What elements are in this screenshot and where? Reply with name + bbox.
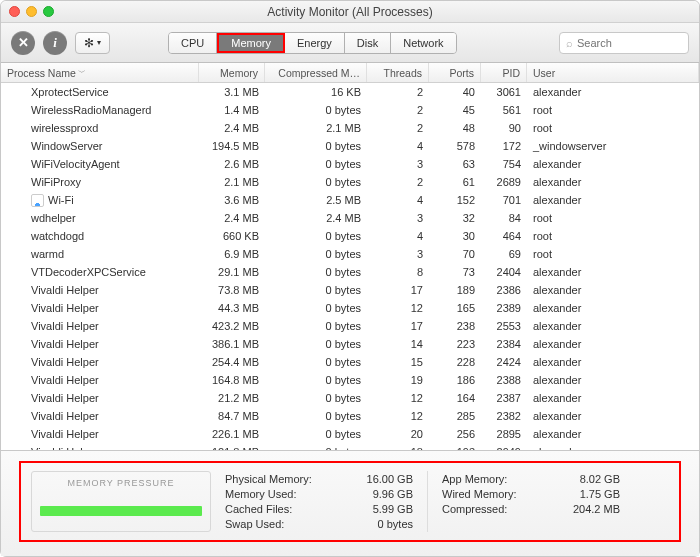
user-value: root: [527, 230, 699, 242]
tab-energy[interactable]: Energy: [285, 33, 345, 53]
table-row[interactable]: WirelessRadioManagerd1.4 MB0 bytes245561…: [1, 101, 699, 119]
toolbar: ✕ i ✻ ▾ CPU Memory Energy Disk Network ⌕: [1, 23, 699, 63]
process-name: WiFiProxy: [1, 176, 199, 188]
pid-value: 2386: [481, 284, 527, 296]
options-menu-button[interactable]: ✻ ▾: [75, 32, 110, 54]
table-row[interactable]: WiFiVelocityAgent2.6 MB0 bytes363754alex…: [1, 155, 699, 173]
table-row[interactable]: Vivaldi Helper423.2 MB0 bytes172382553al…: [1, 317, 699, 335]
header-memory[interactable]: Memory: [199, 63, 265, 82]
stat-value: 0 bytes: [343, 518, 413, 530]
zoom-icon[interactable]: [43, 6, 54, 17]
ports-value: 63: [429, 158, 481, 170]
pid-value: 3061: [481, 86, 527, 98]
table-row[interactable]: Vivaldi Helper164.8 MB0 bytes191862388al…: [1, 371, 699, 389]
table-row[interactable]: WindowServer194.5 MB0 bytes4578172_windo…: [1, 137, 699, 155]
info-button[interactable]: i: [43, 31, 67, 55]
pid-value: 2382: [481, 410, 527, 422]
compressed-value: 0 bytes: [265, 140, 367, 152]
table-row[interactable]: Vivaldi Helper44.3 MB0 bytes121652389ale…: [1, 299, 699, 317]
pid-value: 90: [481, 122, 527, 134]
wifi-icon: [31, 194, 44, 207]
user-value: root: [527, 248, 699, 260]
highlight-summary: MEMORY PRESSURE Physical Memory:16.00 GB…: [19, 461, 681, 542]
stat-value: 1.75 GB: [550, 488, 620, 500]
stop-process-button[interactable]: ✕: [11, 31, 35, 55]
process-list[interactable]: XprotectService3.1 MB16 KB2403061alexand…: [1, 83, 699, 450]
tab-disk[interactable]: Disk: [345, 33, 391, 53]
search-input[interactable]: [577, 37, 700, 49]
header-ports[interactable]: Ports: [429, 63, 481, 82]
compressed-value: 0 bytes: [265, 392, 367, 404]
threads-value: 4: [367, 140, 429, 152]
table-row[interactable]: Vivaldi Helper84.7 MB0 bytes122852382ale…: [1, 407, 699, 425]
pid-value: 69: [481, 248, 527, 260]
table-row[interactable]: XprotectService3.1 MB16 KB2403061alexand…: [1, 83, 699, 101]
memory-value: 226.1 MB: [199, 428, 265, 440]
header-pid[interactable]: PID: [481, 63, 527, 82]
compressed-value: 0 bytes: [265, 356, 367, 368]
table-row[interactable]: Vivaldi Helper386.1 MB0 bytes142232384al…: [1, 335, 699, 353]
stat-value: 8.02 GB: [550, 473, 620, 485]
memory-value: 6.9 MB: [199, 248, 265, 260]
table-row[interactable]: wdhelper2.4 MB2.4 MB33284root: [1, 209, 699, 227]
process-name: Vivaldi Helper: [1, 284, 199, 296]
minimize-icon[interactable]: [26, 6, 37, 17]
pid-value: 561: [481, 104, 527, 116]
memory-pressure-chart: MEMORY PRESSURE: [31, 471, 211, 532]
memory-value: 2.6 MB: [199, 158, 265, 170]
pid-value: 2553: [481, 320, 527, 332]
ports-value: 256: [429, 428, 481, 440]
stat-line: Compressed:204.2 MB: [442, 503, 620, 515]
header-user[interactable]: User: [527, 63, 699, 82]
memory-value: 2.4 MB: [199, 122, 265, 134]
pid-value: 2384: [481, 338, 527, 350]
table-row[interactable]: warmd6.9 MB0 bytes37069root: [1, 245, 699, 263]
process-name: VTDecoderXPCService: [1, 266, 199, 278]
user-value: alexander: [527, 428, 699, 440]
user-value: alexander: [527, 410, 699, 422]
stat-key: Memory Used:: [225, 488, 335, 500]
stat-key: Physical Memory:: [225, 473, 335, 485]
memory-stats-left: Physical Memory:16.00 GBMemory Used:9.96…: [225, 471, 413, 532]
table-row[interactable]: Vivaldi Helper21.2 MB0 bytes121642387ale…: [1, 389, 699, 407]
user-value: alexander: [527, 392, 699, 404]
pid-value: 2387: [481, 392, 527, 404]
ports-value: 61: [429, 176, 481, 188]
search-field[interactable]: ⌕: [559, 32, 689, 54]
memory-pressure-label: MEMORY PRESSURE: [40, 478, 202, 488]
process-name: Vivaldi Helper: [1, 320, 199, 332]
process-name: Wi-Fi: [1, 194, 199, 207]
stat-value: 5.99 GB: [343, 503, 413, 515]
process-name: Vivaldi Helper: [1, 356, 199, 368]
memory-value: 254.4 MB: [199, 356, 265, 368]
tab-network[interactable]: Network: [391, 33, 455, 53]
table-row[interactable]: watchdogd660 KB0 bytes430464root: [1, 227, 699, 245]
memory-value: 29.1 MB: [199, 266, 265, 278]
ports-value: 30: [429, 230, 481, 242]
stat-key: Cached Files:: [225, 503, 335, 515]
table-row[interactable]: Vivaldi Helper254.4 MB0 bytes152282424al…: [1, 353, 699, 371]
table-row[interactable]: Vivaldi Helper121.8 MB0 bytes181932949al…: [1, 443, 699, 450]
table-row[interactable]: WiFiProxy2.1 MB0 bytes2612689alexander: [1, 173, 699, 191]
process-name: WiFiVelocityAgent: [1, 158, 199, 170]
table-row[interactable]: Vivaldi Helper226.1 MB0 bytes202562895al…: [1, 425, 699, 443]
user-value: alexander: [527, 176, 699, 188]
tab-memory[interactable]: Memory: [219, 35, 283, 51]
threads-value: 3: [367, 158, 429, 170]
close-icon[interactable]: [9, 6, 20, 17]
tab-cpu[interactable]: CPU: [169, 33, 217, 53]
compressed-value: 0 bytes: [265, 176, 367, 188]
ports-value: 223: [429, 338, 481, 350]
ports-value: 164: [429, 392, 481, 404]
threads-value: 15: [367, 356, 429, 368]
process-name: Vivaldi Helper: [1, 374, 199, 386]
header-threads[interactable]: Threads: [367, 63, 429, 82]
table-row[interactable]: Vivaldi Helper73.8 MB0 bytes171892386ale…: [1, 281, 699, 299]
highlight-memory-tab: Memory: [217, 33, 285, 53]
header-process-name[interactable]: Process Name﹀: [1, 63, 199, 82]
table-row[interactable]: Wi-Fi3.6 MB2.5 MB4152701alexander: [1, 191, 699, 209]
table-row[interactable]: VTDecoderXPCService29.1 MB0 bytes8732404…: [1, 263, 699, 281]
table-row[interactable]: wirelessproxd2.4 MB2.1 MB24890root: [1, 119, 699, 137]
header-compressed[interactable]: Compressed M…: [265, 63, 367, 82]
memory-value: 1.4 MB: [199, 104, 265, 116]
